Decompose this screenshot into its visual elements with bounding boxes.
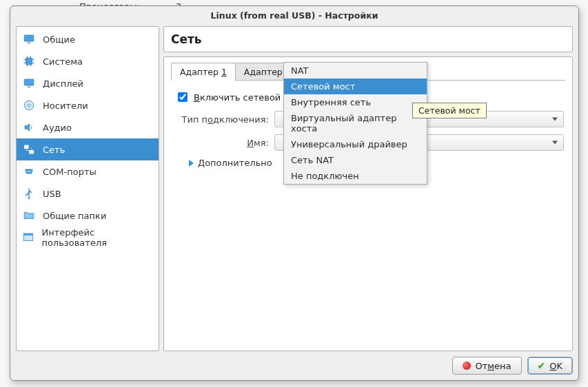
cancel-button[interactable]: Отмена: [452, 357, 521, 375]
sidebar-item-6[interactable]: COM-порты: [17, 160, 159, 182]
adapter-name-label: Имя:: [171, 138, 274, 148]
disc-icon: [22, 98, 36, 112]
svg-rect-8: [30, 151, 34, 154]
svg-point-14: [26, 194, 28, 196]
sidebar-item-2[interactable]: Дисплей: [17, 72, 159, 94]
speaker-icon: [22, 121, 36, 134]
svg-rect-13: [30, 191, 32, 193]
check-icon: ✔: [538, 360, 546, 371]
sidebar-item-label: Аудио: [43, 123, 72, 133]
sidebar-item-label: Дисплей: [43, 79, 83, 89]
sidebar-item-4[interactable]: Аудио: [17, 116, 159, 138]
attach-type-label: Тип подключения:: [171, 114, 274, 125]
sidebar-item-label: Сеть: [43, 145, 65, 155]
svg-rect-1: [28, 43, 31, 44]
network-icon: [22, 143, 36, 156]
window-title: Linux (from real USB) - Настройки: [10, 6, 578, 23]
sidebar-item-1[interactable]: Система: [17, 50, 159, 72]
dropdown-item-5[interactable]: Сеть NAT: [284, 152, 427, 168]
sidebar-item-3[interactable]: Носители: [17, 94, 159, 116]
dropdown-item-4[interactable]: Универсальный драйвер: [284, 136, 427, 152]
dropdown-item-1[interactable]: Сетевой мост: [284, 79, 427, 94]
svg-rect-7: [24, 145, 28, 149]
svg-rect-2: [26, 59, 32, 65]
sidebar-item-7[interactable]: USB: [17, 182, 159, 205]
enable-adapter-checkbox[interactable]: [178, 92, 187, 102]
svg-rect-16: [23, 233, 33, 236]
dialog-footer: Отмена ✔ OK: [16, 351, 573, 375]
chevron-right-icon: [189, 160, 194, 167]
monitor-blue-icon: [22, 76, 36, 90]
dropdown-item-3[interactable]: Виртуальный адаптер хоста: [284, 110, 427, 136]
sidebar-item-5[interactable]: Сеть: [17, 138, 159, 160]
sidebar-item-8[interactable]: Общие папки: [17, 205, 159, 227]
chip-icon: [22, 54, 36, 68]
sidebar-item-9[interactable]: Интерфейс пользователя: [17, 227, 159, 249]
sidebar-item-label: COM-порты: [43, 167, 97, 177]
svg-point-9: [27, 171, 28, 172]
tooltip: Сетевой мост: [412, 103, 487, 118]
settings-window: Linux (from real USB) - Настройки ОбщиеС…: [10, 6, 579, 381]
ok-label: OK: [549, 361, 562, 371]
serial-icon: [22, 165, 36, 178]
svg-point-6: [28, 104, 30, 107]
advanced-label: Дополнительно: [198, 158, 272, 168]
dropdown-item-2[interactable]: Внутренняя сеть: [284, 94, 427, 110]
svg-point-10: [28, 171, 30, 172]
sidebar-item-label: Общие папки: [43, 211, 106, 221]
tab-adapter-1[interactable]: Адаптер 1: [171, 63, 236, 81]
svg-rect-0: [24, 35, 34, 41]
page-title: Сеть: [163, 26, 573, 52]
dropdown-item-6[interactable]: Не подключен: [284, 168, 427, 184]
monitor-icon: [22, 32, 36, 46]
cancel-label: Отмена: [475, 361, 511, 371]
svg-point-11: [30, 171, 32, 172]
attach-type-dropdown[interactable]: NATСетевой мостВнутренняя сетьВиртуальны…: [283, 62, 427, 185]
sidebar-item-0[interactable]: Общие: [17, 28, 159, 50]
sidebar-item-label: USB: [43, 189, 61, 199]
sidebar-item-label: Система: [43, 56, 83, 67]
usb-icon: [22, 187, 36, 200]
cancel-icon: [463, 362, 471, 370]
settings-sidebar: ОбщиеСистемаДисплейНосителиАудиоСетьCOM-…: [16, 26, 159, 351]
folder-icon: [22, 209, 36, 222]
svg-rect-4: [28, 87, 31, 88]
sidebar-item-label: Носители: [43, 101, 88, 111]
ok-button[interactable]: ✔ OK: [527, 357, 574, 375]
svg-rect-3: [24, 79, 34, 85]
sidebar-item-label: Общие: [43, 34, 75, 45]
sidebar-item-label: Интерфейс пользователя: [41, 227, 153, 248]
ui-icon: [22, 231, 34, 244]
dropdown-item-0[interactable]: NAT: [284, 63, 427, 79]
svg-point-12: [28, 197, 30, 199]
